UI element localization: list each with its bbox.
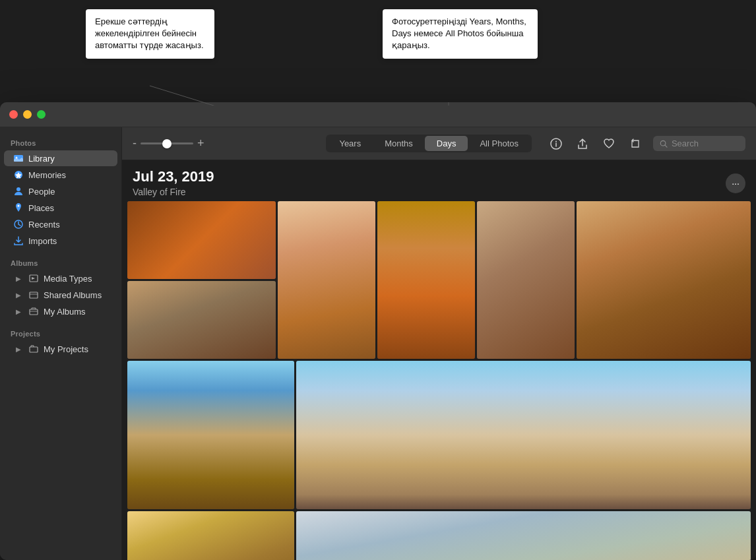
sidebar-people-label: People bbox=[28, 187, 111, 197]
heart-button[interactable] bbox=[599, 134, 619, 154]
sidebar-item-library[interactable]: Library bbox=[4, 150, 117, 166]
rotate-button[interactable] bbox=[625, 134, 645, 154]
annotation-views: Фотосуреттеріңізді Years, Months, Days н… bbox=[383, 9, 538, 59]
shared-albums-icon bbox=[28, 290, 39, 300]
day-location-1: Valley of Fire bbox=[133, 187, 214, 197]
day-header-1: Jul 23, 2019 Valley of Fire ··· bbox=[122, 160, 756, 201]
photo-thumb-3-3[interactable] bbox=[296, 511, 751, 560]
day-title-1: Jul 23, 2019 bbox=[133, 168, 214, 185]
svg-line-16 bbox=[665, 145, 667, 147]
svg-point-6 bbox=[16, 187, 20, 191]
people-icon bbox=[13, 186, 24, 197]
minimize-button[interactable] bbox=[23, 110, 32, 119]
sidebar-my-projects-label: My Projects bbox=[44, 344, 111, 354]
photo-thumb-2-1[interactable] bbox=[127, 361, 294, 509]
traffic-lights bbox=[9, 110, 46, 119]
sidebar-shared-albums-label: Shared Albums bbox=[44, 290, 111, 300]
sidebar-recents-label: Recents bbox=[28, 220, 111, 230]
toolbar: - + Years Months Days All Photos bbox=[122, 127, 756, 160]
photos-grid[interactable]: Jul 23, 2019 Valley of Fire ··· bbox=[122, 160, 756, 560]
my-albums-chevron-icon: ▶ bbox=[13, 306, 24, 317]
sidebar-item-my-projects[interactable]: ▶ My Projects bbox=[4, 341, 117, 357]
share-button[interactable] bbox=[573, 134, 592, 154]
photo-thumb-1-3[interactable] bbox=[278, 201, 375, 359]
sidebar-my-albums-label: My Albums bbox=[44, 307, 111, 317]
photo-thumb-3-1[interactable] bbox=[127, 511, 294, 560]
svg-rect-12 bbox=[30, 347, 38, 352]
projects-section-label: Projects bbox=[0, 325, 121, 340]
library-icon bbox=[13, 153, 24, 164]
toolbar-actions bbox=[546, 134, 645, 154]
zoom-slider[interactable] bbox=[141, 142, 193, 144]
shared-chevron-icon: ▶ bbox=[13, 290, 24, 300]
sidebar-item-shared-albums[interactable]: ▶ Shared Albums bbox=[4, 287, 117, 303]
close-button[interactable] bbox=[9, 110, 18, 119]
tab-all-photos[interactable]: All Photos bbox=[468, 136, 530, 151]
view-tabs: Years Months Days All Photos bbox=[326, 135, 532, 152]
photo-thumb-2-2[interactable] bbox=[296, 361, 751, 509]
sidebar-item-recents[interactable]: Recents bbox=[4, 216, 117, 232]
day-group-1: Jul 23, 2019 Valley of Fire ··· bbox=[122, 160, 756, 560]
sidebar-media-types-label: Media Types bbox=[44, 274, 111, 284]
sidebar: Photos Library Memories bbox=[0, 127, 122, 560]
zoom-minus[interactable]: - bbox=[133, 137, 137, 150]
sidebar-item-media-types[interactable]: ▶ Media Types bbox=[4, 270, 117, 286]
recents-icon bbox=[13, 219, 24, 230]
sidebar-imports-label: Imports bbox=[28, 236, 111, 246]
photo-thumb-1-2[interactable] bbox=[127, 281, 276, 359]
zoom-control: - + bbox=[133, 137, 205, 150]
tab-days[interactable]: Days bbox=[425, 136, 468, 151]
memories-icon bbox=[13, 170, 24, 180]
mosaic-row-2 bbox=[127, 361, 751, 509]
search-box[interactable] bbox=[653, 136, 745, 151]
chevron-right-icon: ▶ bbox=[13, 273, 24, 284]
more-button-1[interactable]: ··· bbox=[726, 173, 745, 193]
mosaic-row-1 bbox=[127, 201, 751, 359]
sidebar-memories-label: Memories bbox=[28, 170, 111, 180]
sidebar-item-places[interactable]: Places bbox=[4, 200, 117, 216]
day-info: Jul 23, 2019 Valley of Fire bbox=[133, 168, 214, 197]
svg-point-14 bbox=[555, 140, 557, 142]
my-projects-icon bbox=[28, 344, 39, 354]
app-window: Photos Library Memories bbox=[0, 102, 756, 560]
projects-chevron-icon: ▶ bbox=[13, 344, 24, 354]
media-types-icon bbox=[28, 273, 39, 284]
albums-section-label: Albums bbox=[0, 254, 121, 270]
main-content: - + Years Months Days All Photos bbox=[122, 127, 756, 560]
photo-thumb-1-4[interactable] bbox=[377, 201, 475, 359]
sidebar-item-people[interactable]: People bbox=[4, 183, 117, 199]
svg-rect-11 bbox=[30, 309, 38, 315]
svg-rect-10 bbox=[30, 292, 38, 298]
mosaic-row-3 bbox=[127, 511, 751, 560]
zoom-thumb bbox=[162, 139, 172, 148]
svg-point-7 bbox=[18, 205, 20, 207]
sidebar-places-label: Places bbox=[28, 203, 111, 213]
tab-years[interactable]: Years bbox=[327, 136, 373, 151]
tab-months[interactable]: Months bbox=[373, 136, 425, 151]
photo-mosaic-1: +3 bbox=[122, 201, 756, 560]
photos-section-label: Photos bbox=[0, 134, 121, 150]
photo-thumb-1-1[interactable] bbox=[127, 201, 276, 279]
my-albums-icon bbox=[28, 306, 39, 317]
info-button[interactable] bbox=[546, 134, 566, 154]
titlebar bbox=[0, 102, 756, 127]
sidebar-item-imports[interactable]: Imports bbox=[4, 233, 117, 249]
sidebar-item-my-albums[interactable]: ▶ My Albums bbox=[4, 303, 117, 319]
places-icon bbox=[13, 202, 24, 213]
sidebar-library-label: Library bbox=[28, 154, 111, 164]
search-input[interactable] bbox=[672, 139, 739, 148]
zoom-plus[interactable]: + bbox=[197, 137, 205, 150]
imports-icon bbox=[13, 235, 24, 246]
photo-thumb-1-6[interactable] bbox=[577, 201, 751, 359]
sidebar-item-memories[interactable]: Memories bbox=[4, 167, 117, 183]
search-icon bbox=[660, 139, 668, 148]
annotation-memories: Ерекше сәттердің жекелендірілген бейнесі… bbox=[86, 9, 214, 59]
maximize-button[interactable] bbox=[37, 110, 46, 119]
photo-thumb-1-5[interactable] bbox=[477, 201, 575, 359]
app-body: Photos Library Memories bbox=[0, 127, 756, 560]
